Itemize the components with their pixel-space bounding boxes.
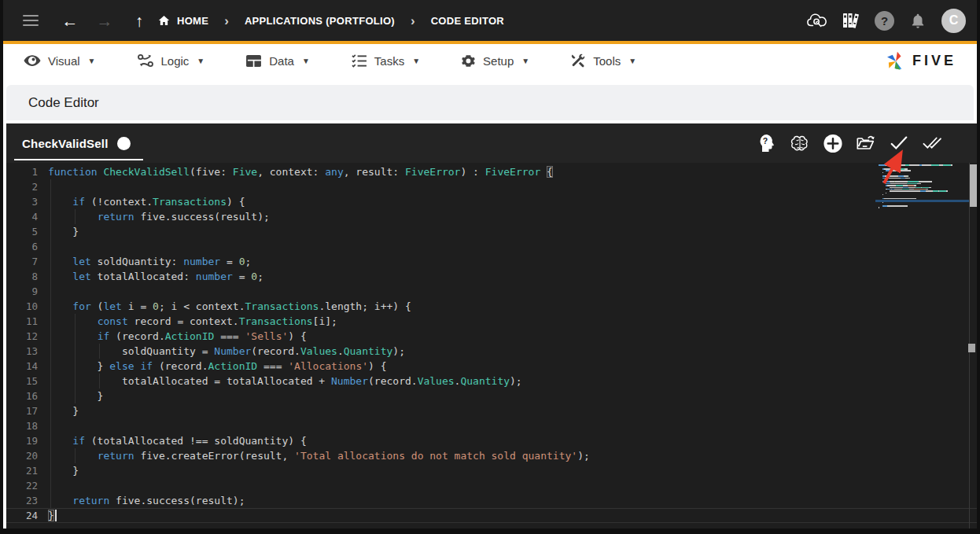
line-number: 7 — [6, 254, 38, 269]
breadcrumb-label: CODE EDITOR — [431, 15, 504, 27]
editor-tab-bar: CheckValidSell ? — [6, 123, 977, 163]
eye-icon — [24, 54, 41, 67]
menu-logic[interactable]: Logic ▼ — [137, 53, 205, 68]
code-line[interactable]: 16 } — [6, 389, 977, 403]
back-arrow-icon[interactable]: ← — [60, 10, 80, 31]
code-line[interactable]: 20 return five.createError(result, 'Tota… — [6, 448, 977, 463]
gear-icon — [461, 53, 476, 68]
menu-label: Tasks — [374, 54, 404, 68]
code-line[interactable]: 19 if (totalAllocated !== soldQuantity) … — [6, 433, 977, 448]
line-number: 13 — [6, 344, 38, 359]
code-line[interactable]: 4 return five.success(result); — [6, 209, 977, 224]
line-number: 19 — [6, 433, 38, 448]
code-line[interactable]: 7 let soldQuantity: number = 0; — [6, 254, 977, 269]
line-number: 5 — [6, 224, 38, 239]
open-folder-icon[interactable] — [856, 133, 876, 153]
caret-down-icon: ▼ — [88, 57, 96, 65]
unsaved-dot-icon — [117, 137, 131, 150]
menu-tasks[interactable]: Tasks ▼ — [351, 54, 420, 68]
chevron-right-icon: › — [406, 14, 420, 28]
line-number: 6 — [6, 239, 38, 254]
brain-icon[interactable] — [790, 133, 810, 153]
code-line[interactable]: 14 } else if (record.ActionID === 'Alloc… — [6, 359, 977, 374]
top-nav-bar: ← → ↑ HOME › APPLICATIONS (PORTFOLIO) › … — [3, 0, 977, 41]
data-table-icon — [245, 54, 262, 68]
line-number: 10 — [6, 299, 38, 314]
forward-arrow-icon[interactable]: → — [94, 10, 115, 31]
code-area[interactable]: 1function CheckValidSell(five: Five, con… — [6, 163, 977, 528]
code-line[interactable]: 21 } — [6, 463, 977, 478]
line-number: 11 — [6, 314, 38, 329]
menu-label: Tools — [593, 54, 621, 68]
line-number: 8 — [6, 269, 38, 284]
code-line[interactable]: 5 } — [6, 224, 977, 239]
breadcrumb-label: APPLICATIONS (PORTFOLIO) — [245, 15, 395, 27]
line-number: 2 — [6, 179, 38, 194]
menu-data[interactable]: Data ▼ — [245, 54, 310, 68]
check-all-icon[interactable] — [922, 133, 942, 153]
code-line[interactable]: 13 soldQuantity = Number(record.Values.Q… — [6, 344, 977, 359]
menu-tools[interactable]: Tools ▼ — [570, 53, 636, 68]
breadcrumb-home[interactable]: HOME — [157, 14, 208, 27]
code-line[interactable]: 9 — [6, 284, 977, 299]
add-icon[interactable] — [823, 133, 843, 153]
code-line[interactable]: 15 totalAllocated = totalAllocated + Num… — [6, 374, 977, 389]
hint-head-icon[interactable]: ? — [757, 133, 777, 153]
code-line[interactable]: 12 if (record.ActionID === 'Sells') { — [6, 329, 977, 344]
text-cursor — [55, 510, 57, 521]
tab-label: CheckValidSell — [22, 137, 109, 150]
code-line[interactable]: 18 — [6, 418, 977, 433]
editor-actions: ? — [757, 133, 942, 153]
notifications-bell-icon[interactable] — [908, 10, 928, 31]
code-line[interactable]: 24} — [6, 508, 977, 523]
hamburger-menu-icon[interactable] — [20, 10, 41, 31]
home-icon — [157, 14, 171, 27]
line-number: 22 — [6, 478, 38, 493]
code-line[interactable]: 2 — [6, 179, 977, 194]
library-books-icon[interactable] — [841, 10, 861, 31]
menu-label: Logic — [161, 54, 190, 68]
code-line[interactable]: 11 const record = context.Transactions[i… — [6, 314, 977, 329]
code-line[interactable]: 22 — [6, 478, 977, 493]
caret-down-icon: ▼ — [197, 57, 204, 65]
breadcrumb-label: HOME — [177, 15, 208, 27]
code-editor-panel: CheckValidSell ? — [6, 123, 977, 528]
breadcrumb-code-editor[interactable]: CODE EDITOR — [431, 15, 504, 27]
code-line[interactable]: 10 for (let i = 0; i < context.Transacti… — [6, 299, 977, 314]
code-line[interactable]: 8 let totalAllocated: number = 0; — [6, 269, 977, 284]
menu-visual[interactable]: Visual ▼ — [24, 54, 96, 68]
page-title: Code Editor — [28, 95, 99, 111]
page-header: Code Editor — [6, 85, 974, 120]
five-pinwheel-icon — [885, 49, 907, 72]
menu-label: Setup — [483, 54, 514, 68]
line-number: 18 — [6, 418, 38, 433]
logic-flow-icon — [137, 53, 154, 68]
line-number: 1 — [6, 164, 38, 179]
scrollbar-thumb[interactable] — [970, 164, 977, 207]
code-line[interactable]: 3 if (!context.Transactions) { — [6, 194, 977, 209]
tasks-checklist-icon — [351, 54, 367, 68]
line-number: 12 — [6, 329, 38, 344]
code-line[interactable]: 17 } — [6, 403, 977, 418]
menu-setup[interactable]: Setup ▼ — [461, 53, 529, 68]
line-number: 15 — [6, 374, 38, 389]
menu-label: Visual — [48, 54, 80, 68]
code-line[interactable]: 23 return five.success(result); — [6, 493, 977, 508]
help-icon[interactable]: ? — [875, 11, 894, 31]
breadcrumb-applications[interactable]: APPLICATIONS (PORTFOLIO) — [245, 15, 395, 27]
scrollbar-decoration[interactable] — [968, 344, 975, 352]
breadcrumb: HOME › APPLICATIONS (PORTFOLIO) › CODE E… — [157, 14, 504, 28]
svg-text:?: ? — [763, 136, 768, 145]
minimap[interactable] — [879, 164, 967, 208]
code-line[interactable]: 1function CheckValidSell(five: Five, con… — [6, 164, 977, 179]
cloud-search-icon[interactable] — [807, 10, 827, 31]
code-line[interactable]: 6 — [6, 239, 977, 254]
check-icon[interactable] — [889, 133, 909, 153]
line-number: 23 — [6, 493, 38, 508]
line-number: 4 — [6, 209, 38, 224]
caret-down-icon: ▼ — [521, 57, 529, 65]
up-arrow-icon[interactable]: ↑ — [129, 10, 149, 31]
avatar[interactable]: C — [941, 9, 966, 33]
line-number: 9 — [6, 284, 38, 299]
tab-checkvalidsell[interactable]: CheckValidSell — [20, 123, 140, 163]
